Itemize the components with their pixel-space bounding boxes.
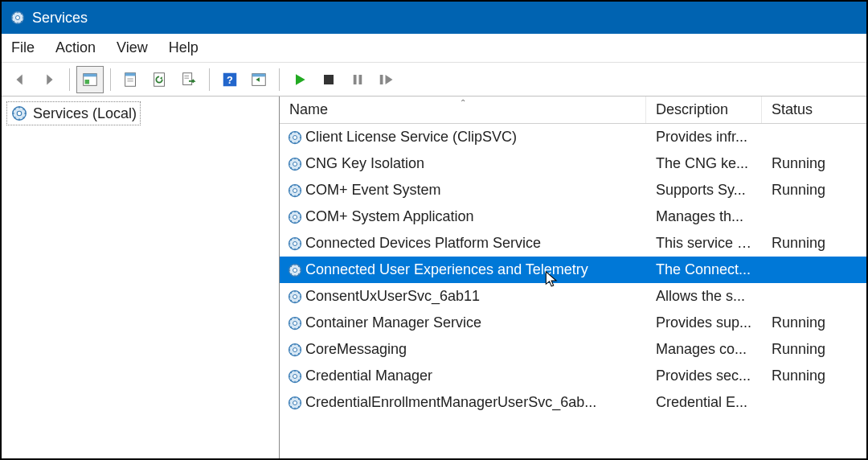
pause-service-button[interactable] [344,66,371,93]
tree-root-services-local[interactable]: Services (Local) [6,101,141,125]
service-name: Connected User Experiences and Telemetry [304,261,646,278]
toolbar-separator [279,68,280,91]
gear-icon [280,289,304,305]
gear-icon [280,395,304,411]
menu-help[interactable]: Help [169,39,199,56]
service-name: Connected Devices Platform Service [304,235,646,252]
service-description: Manages co... [646,341,762,358]
service-status: Running [762,182,850,199]
svg-rect-4 [85,80,90,84]
service-name: Container Manager Service [304,314,646,331]
service-description: The Connect... [646,261,762,278]
start-service-button[interactable] [286,66,313,93]
gear-icon [280,342,304,358]
gear-icon [280,156,304,172]
service-description: Supports Sy... [646,182,762,199]
svg-rect-20 [380,75,383,84]
service-description: Manages th... [646,208,762,225]
column-header-description[interactable]: Description [646,97,762,123]
service-name: CNG Key Isolation [304,155,646,172]
service-row[interactable]: CoreMessagingManages co...Running [280,336,866,363]
window-title: Services [32,10,88,27]
service-row[interactable]: Client License Service (ClipSVC)Provides… [280,124,866,150]
svg-rect-16 [252,73,266,76]
service-name: COM+ System Application [304,208,646,225]
service-name: CredentialEnrollmentManagerUserSvc_6ab..… [304,394,646,411]
service-row[interactable]: Connected Devices Platform ServiceThis s… [280,230,866,257]
gear-icon [280,236,304,252]
service-row[interactable]: Credential ManagerProvides sec...Running [280,363,866,389]
svg-rect-19 [359,75,362,84]
service-status: Running [762,368,850,384]
menu-bar: File Action View Help [2,34,866,63]
service-description: Allows the s... [646,288,762,305]
help-button[interactable]: ? [216,66,244,93]
service-status: Running [762,314,850,331]
menu-view[interactable]: View [117,39,148,56]
service-row[interactable]: Container Manager ServiceProvides sup...… [280,310,866,336]
svg-rect-17 [324,75,334,84]
app-icon [10,10,26,26]
toolbar-separator [110,68,111,91]
show-hide-tree-button[interactable] [76,66,104,93]
gear-icon [280,262,304,278]
restart-service-button[interactable] [373,66,400,93]
svg-rect-3 [84,73,97,76]
column-header-status[interactable]: Status [762,97,850,123]
list-header: ⌃ Name Description Status [280,97,866,124]
stop-service-button[interactable] [315,66,342,93]
svg-rect-18 [354,75,357,84]
sort-ascending-icon: ⌃ [460,98,466,107]
service-status: Running [762,155,850,172]
svg-text:?: ? [227,73,233,85]
service-status: Running [762,341,850,358]
toolbar: ? [2,63,866,97]
service-name: ConsentUxUserSvc_6ab11 [304,288,646,305]
gear-icon [280,368,304,384]
service-description: The CNG ke... [646,155,762,172]
column-header-name[interactable]: ⌃ Name [280,97,646,123]
service-row[interactable]: CredentialEnrollmentManagerUserSvc_6ab..… [280,389,866,416]
service-row[interactable]: CNG Key IsolationThe CNG ke...Running [280,150,866,177]
service-status: Running [762,235,850,252]
console-tree[interactable]: Services (Local) [2,97,280,458]
svg-rect-6 [125,72,136,76]
gear-icon [280,129,304,146]
svg-rect-10 [183,72,192,84]
service-name: Credential Manager [304,368,646,384]
service-name: Client License Service (ClipSVC) [304,129,646,146]
menu-action[interactable]: Action [55,39,96,56]
properties-button[interactable] [117,66,145,93]
tree-root-label: Services (Local) [33,105,137,122]
show-hide-action-pane-button[interactable] [245,66,272,93]
service-description: Provides sup... [646,314,762,331]
gear-icon [280,183,304,199]
service-name: COM+ Event System [304,182,646,199]
service-row[interactable]: COM+ System ApplicationManages th... [280,203,866,230]
service-row[interactable]: Connected User Experiences and Telemetry… [280,257,866,283]
gear-icon [10,105,28,122]
gear-icon [280,315,304,331]
service-description: Provides sec... [646,368,762,384]
services-list[interactable]: ⌃ Name Description Status Client License… [280,97,866,458]
title-bar: Services [2,2,866,34]
refresh-button[interactable] [146,66,174,93]
toolbar-separator [209,68,210,91]
service-description: Credential E... [646,394,762,411]
service-row[interactable]: COM+ Event SystemSupports Sy...Running [280,177,866,203]
service-description: This service i... [646,235,762,252]
export-list-button[interactable] [175,66,203,93]
forward-button[interactable] [35,66,63,93]
service-row[interactable]: ConsentUxUserSvc_6ab11Allows the s... [280,283,866,310]
menu-file[interactable]: File [11,39,35,56]
service-description: Provides infr... [646,129,762,146]
gear-icon [280,209,304,225]
back-button[interactable] [6,66,34,93]
service-name: CoreMessaging [304,341,646,358]
toolbar-separator [69,68,70,91]
